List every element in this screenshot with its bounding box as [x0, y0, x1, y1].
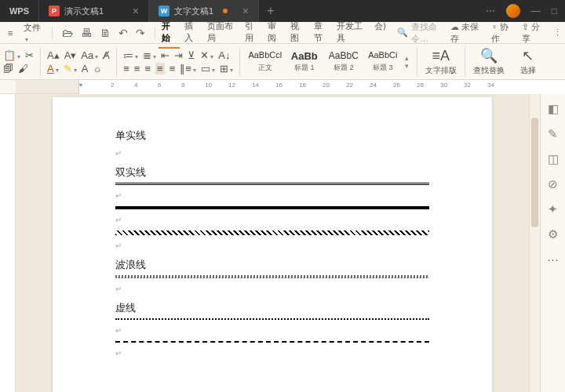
style-heading3[interactable]: AaBbCi 标题 3 — [364, 49, 402, 74]
font-color-icon[interactable]: A▾ — [47, 63, 59, 74]
file-menu[interactable]: 文件▾ — [19, 20, 49, 45]
font-group: A▴ A▾ Aa▾ A̸ A▾ ✎▾ A ☼ — [47, 49, 110, 74]
doc-tab-presentation[interactable]: P 演示文稿1 × — [39, 0, 149, 22]
ruler-mark: 12 — [228, 82, 235, 89]
limit-pane-icon[interactable]: ⊘ — [548, 177, 558, 191]
search-icon: 🔍 — [480, 47, 498, 64]
copy-icon[interactable]: 🗐 — [3, 63, 13, 74]
hr-wave — [115, 275, 429, 278]
tab-view[interactable]: 视图 — [287, 17, 308, 49]
collab-button[interactable]: ♀ 协作 — [491, 21, 514, 45]
more-icon[interactable]: ⋮ — [553, 27, 562, 38]
separator — [52, 27, 53, 39]
search-placeholder: 查找命令… — [411, 21, 449, 45]
horizontal-ruler[interactable]: ▾ 246810121416182022242628303234 — [78, 80, 565, 94]
home-button[interactable]: ≡ — [3, 27, 17, 39]
hr-dotted — [115, 318, 429, 320]
heading-wave-line: 波浪线 — [115, 258, 429, 272]
preview-icon[interactable]: 🗎 — [100, 27, 111, 39]
hr-diagonal — [115, 230, 429, 235]
highlight-icon[interactable]: ✎▾ — [64, 63, 77, 74]
unsaved-status[interactable]: ☁ 未保存 — [450, 21, 483, 45]
char-shading-icon[interactable]: ☼ — [93, 63, 102, 74]
line-spacing-icon[interactable]: ‖≡▾ — [180, 63, 196, 74]
bullets-icon[interactable]: ≔▾ — [123, 49, 138, 61]
linespacing-icon[interactable]: ✕▾ — [200, 49, 213, 61]
paragraph-mark: ↵ — [115, 216, 429, 224]
selection-pane-icon[interactable]: ◫ — [548, 152, 559, 166]
open-icon[interactable]: 🗁 — [62, 27, 73, 39]
numbering-icon[interactable]: ≣▾ — [143, 49, 156, 61]
document-icon: W — [159, 5, 170, 16]
print-icon[interactable]: 🖶 — [81, 27, 92, 39]
sort-icon[interactable]: A↓ — [218, 49, 230, 61]
find-replace-button[interactable]: 🔍 查找替换 — [472, 47, 506, 76]
tab-section[interactable]: 章节 — [311, 17, 332, 49]
style-pane-icon[interactable]: ✎ — [548, 127, 558, 141]
clear-format-icon[interactable]: A̸ — [103, 49, 110, 61]
maximize-icon[interactable]: □ — [552, 5, 557, 16]
page-area[interactable]: 单实线 ↵ 双实线 ↵ ↵ ↵ 波浪线 ↵ 虚线 ↵ ↵ — [16, 94, 529, 392]
style-scroll[interactable]: ▴▾ — [403, 49, 410, 74]
decrease-indent-icon[interactable]: ⇤ — [161, 49, 170, 61]
ruler-area: ▾ 246810121416182022242628303234 — [0, 80, 565, 94]
vertical-ruler[interactable] — [0, 94, 16, 392]
text-layout-button[interactable]: ≡A 文字排版 — [424, 48, 458, 76]
list-icon[interactable]: ⋯ — [486, 5, 495, 16]
border-icon[interactable]: ⊞▾ — [220, 63, 233, 74]
hr-thick-double — [115, 206, 429, 209]
tab-devtools[interactable]: 开发工具 — [334, 17, 370, 49]
distribute-icon[interactable]: ≡ — [170, 63, 176, 74]
scrollbar-thumb[interactable] — [531, 118, 538, 227]
tab-more[interactable]: 会⟩ — [371, 17, 389, 49]
format-painter-icon[interactable]: 🖌 — [18, 63, 28, 74]
clip-pane-icon[interactable]: ✦ — [548, 202, 558, 216]
undo-icon[interactable]: ↶ — [118, 27, 128, 39]
char-border-icon[interactable]: A — [82, 63, 89, 74]
style-normal[interactable]: AaBbCcl 正文 — [246, 49, 284, 74]
share-button[interactable]: ⇪ 分享 — [522, 21, 545, 45]
align-center-icon[interactable]: ≡ — [134, 63, 140, 74]
ruler-mark: 28 — [417, 82, 424, 89]
hr-double — [115, 183, 429, 185]
paragraph-mark: ↵ — [115, 349, 429, 358]
close-icon[interactable]: × — [242, 5, 249, 17]
menubar-right: ☁ 未保存 ♀ 协作 ⇪ 分享 ⋮ — [450, 21, 562, 45]
more-pane-icon[interactable]: ⋯ — [547, 252, 559, 267]
vertical-scrollbar[interactable] — [529, 94, 540, 392]
minimize-icon[interactable]: — — [531, 5, 541, 16]
ruler-mark: 16 — [275, 82, 282, 89]
cut-icon[interactable]: ✂ — [25, 49, 34, 61]
select-button[interactable]: ↖ 选择 — [511, 47, 545, 76]
task-pane-icon[interactable]: ◧ — [548, 102, 559, 116]
text-layout-icon: ≡A — [432, 48, 450, 64]
property-pane-icon[interactable]: ⚙ — [548, 227, 558, 241]
increase-font-icon[interactable]: A▴ — [47, 49, 60, 61]
ruler-mark: 32 — [464, 82, 471, 89]
tab-review[interactable]: 审阅 — [264, 17, 286, 49]
tab-settings-icon[interactable]: ⊻ — [188, 49, 195, 61]
style-heading2[interactable]: AaBbC 标题 2 — [325, 49, 363, 74]
app-tab[interactable]: WPS — [0, 0, 39, 22]
align-left-icon[interactable]: ≡ — [123, 63, 129, 74]
shading-icon[interactable]: ▭▾ — [201, 63, 215, 74]
tab-label: 文字文稿1 — [174, 5, 213, 17]
doc-tab-document[interactable]: W 文字文稿1 × — [149, 0, 259, 22]
close-icon[interactable]: × — [133, 5, 139, 17]
ruler-mark: 18 — [299, 82, 306, 89]
align-justify-icon[interactable]: ≡ — [155, 63, 165, 74]
ruler-mark: 14 — [252, 82, 259, 89]
paragraph-mark: ↵ — [115, 191, 429, 200]
paste-icon[interactable]: 📋▾ — [3, 49, 20, 61]
decrease-font-icon[interactable]: A▾ — [64, 49, 77, 61]
paragraph-group: ≔▾ ≣▾ ⇤ ⇥ ⊻ ✕▾ A↓ ≡ ≡ ≡ ≡ ≡ ‖≡▾ ▭▾ ⊞▾ — [123, 49, 233, 74]
document-page[interactable]: 单实线 ↵ 双实线 ↵ ↵ ↵ 波浪线 ↵ 虚线 ↵ ↵ — [53, 97, 492, 392]
command-search[interactable]: 🔍 查找命令… — [397, 21, 449, 45]
paragraph-mark: ↵ — [115, 326, 429, 335]
change-case-icon[interactable]: Aa▾ — [81, 49, 98, 61]
avatar[interactable] — [506, 4, 520, 18]
align-right-icon[interactable]: ≡ — [144, 63, 151, 74]
redo-icon[interactable]: ↷ — [136, 27, 145, 39]
increase-indent-icon[interactable]: ⇥ — [174, 49, 183, 61]
style-heading1[interactable]: AaBb 标题 1 — [286, 49, 323, 74]
